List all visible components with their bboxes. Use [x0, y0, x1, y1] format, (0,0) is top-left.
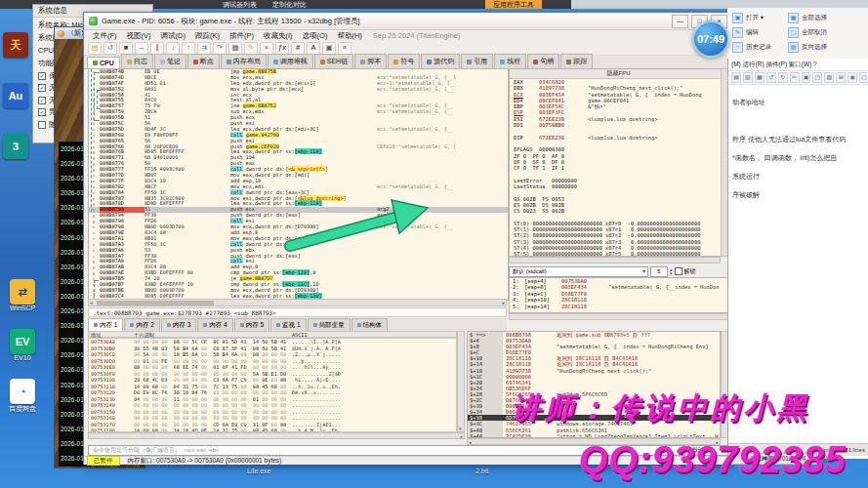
minimize-button[interactable]: — [672, 15, 688, 28]
registers-panel[interactable]: 隐藏FPU EAX034C6820EBX41897738"HuoDongRiCh… [509, 68, 728, 257]
desktop-icon[interactable]: EVEV10 [3, 329, 42, 361]
editor-toolbar-icon[interactable]: ↻ [778, 72, 788, 83]
menu-item[interactable]: 选项(O) [298, 31, 333, 40]
tab-CPU[interactable]: CPU [87, 57, 120, 68]
tab-内存布局[interactable]: 内存布局 [221, 54, 267, 68]
desktop-icon[interactable]: ⇄WinSCP [3, 279, 42, 311]
ribbon-button[interactable]: ▧反向选择 [788, 40, 827, 55]
menu-item[interactable]: 帮助(H) [332, 31, 366, 40]
tab-符号[interactable]: 符号 [388, 54, 420, 68]
editor-toolbar-icon[interactable]: ▥ [743, 72, 753, 83]
ribbon-button[interactable]: ✎编辑 [732, 25, 771, 40]
tab-句柄[interactable]: 句柄 [527, 54, 559, 68]
top-tab[interactable]: 定制化对比 [272, 0, 307, 9]
disassembly-view[interactable]: 008B874BEB 0Ejmp game.8B875B008B874D8BCE… [88, 68, 509, 301]
dump-vscrollbar[interactable]: ▾ [457, 331, 465, 432]
debugger-list-tabs[interactable]: 调试器列表定制化对比 [223, 0, 307, 9]
dump-hscrollbar[interactable]: ▸ [88, 432, 465, 439]
editor-toolbar-icon[interactable]: ◳ [812, 72, 822, 83]
app-tools-tab[interactable]: 应用程序工具 [485, 0, 542, 9]
ribbon-button[interactable]: ▦全部选择 [788, 11, 827, 25]
args-hscrollbar[interactable] [509, 313, 728, 320]
menu-item[interactable]: 插件(P) [225, 31, 259, 40]
tab-SEH链[interactable]: SEH链 [314, 54, 353, 68]
jump-line [91, 69, 92, 212]
desktop-icon[interactable]: 天 [3, 32, 28, 58]
desktop-icon-label[interactable]: 2.txt [475, 468, 488, 474]
editor-toolbar-icon[interactable]: ◉ [847, 72, 857, 83]
memory-dump-view[interactable]: 007530A000 00 00 00 08 00 5C CF 8C 81 5D… [88, 338, 457, 432]
menu-item[interactable]: 文件(F) [88, 31, 122, 40]
checkbox-icon: ✓ [38, 84, 46, 92]
tab-断点[interactable]: 断点 [187, 54, 220, 68]
dump-tab[interactable]: 结构体 [351, 318, 389, 331]
tab-跟踪[interactable]: 跟踪 [560, 54, 593, 68]
dump-tab[interactable]: 内存 3 [161, 318, 196, 331]
desktop-icon-label[interactable]: Lite.exe [247, 468, 271, 474]
editor-toolbar-icon[interactable]: ▢ [859, 72, 868, 83]
toolbar-icon[interactable]: ↺ [103, 42, 117, 55]
editor-toolbar-icon[interactable]: ▧ [824, 72, 834, 83]
editor-toolbar-icon[interactable]: ▤ [731, 72, 741, 83]
editor-toolbar-icon[interactable]: ▣ [802, 72, 811, 83]
register-row[interactable]: EDI00750BB0 [510, 122, 727, 128]
arguments-view[interactable]: 1:[esp+4]007530A02:[esp+8]003EF434"setme… [509, 277, 728, 313]
tab-脚本[interactable]: 脚本 [354, 54, 387, 68]
screen: 调试器列表定制化对比 应用程序工具 天Au3 ⇄WinSCPEVEV10◔百度网… [0, 0, 868, 488]
breakpoint-dot [93, 250, 95, 252]
dump-header: 地址十六进制ASCII [88, 331, 457, 338]
calling-convention-select[interactable]: 默认 (stdcall) [509, 266, 648, 277]
editor-text-area[interactable]: 动者ip地址 程序 使他人无法通过lua文件查看代码*函数名， 回调函数， in… [728, 85, 868, 204]
args-count-spinner[interactable]: 5 [650, 266, 668, 277]
dump-tab[interactable]: 内存 5 [234, 318, 269, 331]
dump-tabs: 内存 1内存 2内存 3内存 4内存 5监视 1局部变量结构体 [88, 318, 507, 331]
register-comment: <luaplus.lua_dostring> [588, 135, 727, 141]
dump-tab[interactable]: 内存 1 [88, 318, 123, 331]
hide-fpu-button[interactable]: 隐藏FPU [510, 69, 727, 79]
editor-toolbar-icon[interactable]: ⊞ [836, 72, 846, 83]
argument-row[interactable]: 5:[esp+14]28C18118 [510, 304, 727, 309]
titlebar[interactable]: Game.exe - PID: 6056 - 模块: game.exe - 线程… [84, 13, 730, 30]
spinner-arrows[interactable]: ▴▾ [670, 267, 673, 275]
memory-window-status: 内存窗口: 007530A0 -> 007530A0 (0x00000001 b… [128, 457, 282, 466]
tab-引用[interactable]: 引用 [461, 54, 493, 68]
dump-tab[interactable]: 局部变量 [308, 318, 351, 331]
recorder-clock-bubble[interactable]: 07:49 [692, 20, 729, 58]
tab-日志[interactable]: 日志 [121, 54, 153, 68]
disasm-hscrollbar[interactable]: ◂▸ [88, 299, 507, 306]
top-tab[interactable]: 调试器列表 [223, 0, 257, 9]
editor-menu-bar[interactable]: (M) 运行(R) 插件(P) 窗口(W) ? [728, 59, 868, 71]
menu-item[interactable]: 跟踪(K) [190, 31, 225, 40]
menu-item[interactable]: 视图(V) [122, 31, 156, 40]
desktop-icon[interactable]: Au [3, 83, 28, 108]
ribbon-button[interactable]: ◔历史记录 [732, 40, 771, 55]
menu-item[interactable]: 收藏夹(I) [259, 31, 298, 40]
breakpoint-dot [93, 256, 95, 258]
unlock-checkbox[interactable]: 解锁 [675, 267, 696, 276]
desktop-icon[interactable]: 3 [3, 134, 28, 159]
ribbon-button[interactable]: ▣打开 ▾ [732, 11, 771, 25]
view-tabs: CPU日志笔记断点内存布局调用堆栈SEH链脚本符号源代码引用线程句柄跟踪 [84, 56, 730, 69]
tab-调用堆栈[interactable]: 调用堆栈 [268, 54, 313, 68]
dump-tab-icon [130, 323, 134, 327]
editor-toolbar-icon[interactable]: ✂ [790, 72, 800, 83]
toolbar-icon[interactable]: ▤ [88, 42, 102, 55]
editor-toolbar-icon[interactable]: ↺ [766, 72, 776, 83]
ribbon-button[interactable]: ▢全部取消 [788, 25, 827, 40]
desktop-icons-top: 天Au3 [3, 32, 28, 184]
tab-线程[interactable]: 线程 [494, 54, 526, 68]
tab-笔记[interactable]: 笔记 [154, 54, 186, 68]
desktop-icon[interactable]: ◔百度网盘 [3, 379, 42, 414]
register-row[interactable]: EIP672EE230<luaplus.lua_dostring> [510, 135, 727, 141]
editor-toolbar-icon[interactable]: ▦ [755, 72, 765, 83]
dump-tab[interactable]: 内存 4 [197, 318, 232, 331]
tab-源代码[interactable]: 源代码 [421, 54, 460, 68]
dump-tab[interactable]: 内存 2 [124, 318, 159, 331]
tab-icon [160, 60, 165, 64]
menu-item[interactable]: 调试(D) [156, 31, 190, 40]
breakpoint-dot [93, 123, 95, 125]
breakpoint-dot [93, 232, 95, 234]
registers-hscrollbar[interactable] [509, 257, 721, 264]
breakpoint-dot [93, 175, 95, 177]
dump-tab[interactable]: 监视 1 [270, 318, 306, 331]
